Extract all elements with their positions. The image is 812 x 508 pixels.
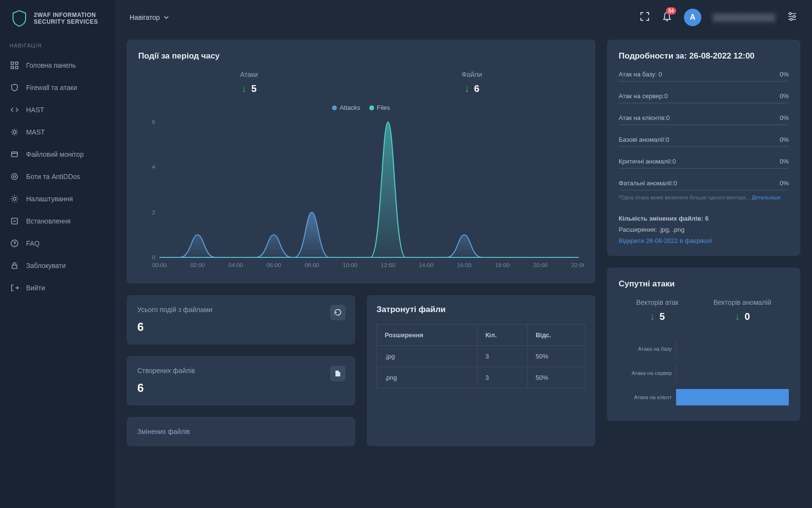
brand-line2: SECURITY SERVICES (34, 18, 98, 25)
code-icon (10, 105, 19, 115)
related-bar-chart: Атака на базуАтака на серверАтака на клі… (619, 332, 789, 409)
sidebar-item-label: Заблокувати (26, 262, 66, 269)
affected-files-card: Затронуті файли Розширення Кіл. Відс. .j… (367, 295, 595, 446)
settings-icon (10, 194, 19, 204)
sidebar-item-label: Файловий монітор (26, 150, 84, 158)
logo[interactable]: 2WAF INFORMATION SECURITY SERVICES (0, 9, 115, 43)
legend-attacks: Attacks (332, 104, 361, 111)
eye-icon (10, 172, 19, 181)
stat-vectors-anomalies: Векторів аномалій ↓0 (713, 299, 771, 322)
sidebar-item-9[interactable]: Заблокувати (10, 254, 105, 277)
table-row: .png350% (377, 367, 586, 388)
nav-heading: НАВІГАЦІЯ (10, 43, 105, 48)
svg-rect-0 (11, 62, 14, 64)
details-info-block: Кількість змінених файлів: 6 Расширения:… (619, 215, 789, 244)
brand-rest: INFORMATION (53, 12, 96, 18)
notifications-button[interactable]: 54 (662, 11, 672, 24)
sidebar-item-2[interactable]: HAST (10, 99, 105, 121)
lock-icon (10, 261, 19, 270)
svg-rect-5 (12, 152, 17, 157)
sidebar-item-1[interactable]: Firewall та атаки (10, 76, 105, 99)
svg-text:6: 6 (152, 119, 155, 124)
right-column: Подробности за: 26-08-2022 12:00 Атак на… (607, 40, 800, 508)
chevron-down-icon (164, 15, 169, 20)
th-pct: Відс. (528, 325, 586, 346)
open-firewall-link[interactable]: Відкрити 26-08-2022 в фаєрволі (619, 237, 789, 244)
navigator-dropdown[interactable]: Навігатор (130, 14, 169, 21)
sidebar-item-label: Налаштування (26, 195, 73, 203)
navigator-label: Навігатор (130, 14, 160, 21)
sidebar-item-3[interactable]: MAST (10, 121, 105, 143)
svg-rect-1 (15, 62, 18, 64)
help-icon (10, 239, 19, 248)
sidebar-item-6[interactable]: Налаштування (10, 188, 105, 210)
detail-row: Атак на сервер:00% (619, 92, 789, 104)
svg-text:00:00: 00:00 (152, 262, 167, 268)
sidebar-item-7[interactable]: Встановлення (10, 210, 105, 232)
sidebar-item-5[interactable]: Боти та AntiDDos (10, 165, 105, 188)
sidebar-item-4[interactable]: Файловий монітор (10, 143, 105, 165)
sidebar: 2WAF INFORMATION SECURITY SERVICES НАВІГ… (0, 0, 115, 508)
svg-point-13 (789, 13, 791, 15)
main: Навігатор 54 A █████████████ Події за пе… (115, 0, 812, 508)
svg-text:2: 2 (152, 209, 155, 215)
sidebar-item-10[interactable]: Вийти (10, 277, 105, 299)
stat-files-label: Файли (462, 71, 482, 78)
svg-text:4: 4 (152, 164, 155, 170)
topbar: Навігатор 54 A █████████████ (115, 0, 812, 35)
stat-files: Файли ↓6 (462, 71, 482, 94)
notifications-badge: 54 (666, 7, 676, 15)
sidebar-item-label: Встановлення (26, 217, 71, 225)
sidebar-item-label: FAQ (26, 239, 40, 247)
total-files-card: Усього подій з файлами 6 (127, 295, 355, 344)
refresh-icon (334, 309, 342, 316)
brand-accent: 2WAF (34, 12, 51, 18)
sidebar-item-0[interactable]: Головна панель (10, 54, 105, 76)
events-chart-svg: 024600:0002:0004:0006:0008:0010:0012:001… (138, 117, 584, 272)
svg-text:18:00: 18:00 (495, 262, 509, 268)
content: Події за період часу Атаки ↓5 Файли ↓6 A… (115, 35, 812, 508)
file-monitor-icon (10, 149, 19, 159)
svg-text:08:00: 08:00 (304, 262, 319, 268)
user-name[interactable]: █████████████ (713, 14, 775, 21)
sidebar-item-label: Головна панель (26, 61, 76, 69)
file-extensions: Расширения: .jpg, .png (619, 226, 789, 233)
bar-row: Атака на сервер (619, 365, 789, 381)
created-label: Створених файлів (137, 367, 345, 374)
legend-files: Files (369, 104, 390, 111)
avatar[interactable]: A (684, 9, 701, 26)
details-more-link[interactable]: Детальніше (752, 194, 781, 200)
svg-text:04:00: 04:00 (228, 262, 243, 268)
svg-text:20:00: 20:00 (533, 262, 548, 268)
left-column: Події за період часу Атаки ↓5 Файли ↓6 A… (127, 40, 595, 508)
modified-label: Змінених файлів (137, 428, 345, 435)
fullscreen-icon (639, 11, 650, 22)
sliders-icon (787, 11, 798, 22)
stat-vectors-attacks: Векторів атак ↓5 (636, 299, 678, 322)
detail-row: Атак на клієнтів:00% (619, 114, 789, 125)
settings-button[interactable] (787, 11, 798, 24)
th-ext: Розширення (377, 325, 478, 346)
affected-files-table: Розширення Кіл. Відс. .jpg350%.png350% (377, 324, 586, 388)
detail-row: Базові аномалії:00% (619, 136, 789, 147)
bar-row: Атака на клієнт (619, 389, 789, 405)
sidebar-item-8[interactable]: FAQ (10, 232, 105, 254)
files-changed: Кількість змінених файлів: 6 (619, 215, 789, 222)
refresh-button[interactable] (330, 305, 346, 320)
svg-text:06:00: 06:00 (266, 262, 281, 268)
related-stats: Векторів атак ↓5 Векторів аномалій ↓0 (619, 299, 789, 322)
stat-attacks-value: 5 (251, 83, 257, 94)
svg-point-7 (14, 176, 15, 178)
table-row: .jpg350% (377, 346, 586, 367)
events-card: Події за період часу Атаки ↓5 Файли ↓6 A… (127, 40, 595, 284)
created-files-card: Створених файлів 6 (127, 356, 355, 405)
shield-icon (10, 83, 19, 92)
fullscreen-button[interactable] (639, 11, 650, 24)
svg-rect-2 (11, 66, 14, 69)
created-value: 6 (137, 381, 345, 395)
install-icon (10, 216, 19, 226)
arrow-down-icon: ↓ (242, 83, 246, 94)
detail-row: Атак на базу: 00% (619, 71, 789, 82)
svg-text:02:00: 02:00 (190, 262, 205, 268)
svg-text:22:00: 22:00 (571, 262, 584, 268)
